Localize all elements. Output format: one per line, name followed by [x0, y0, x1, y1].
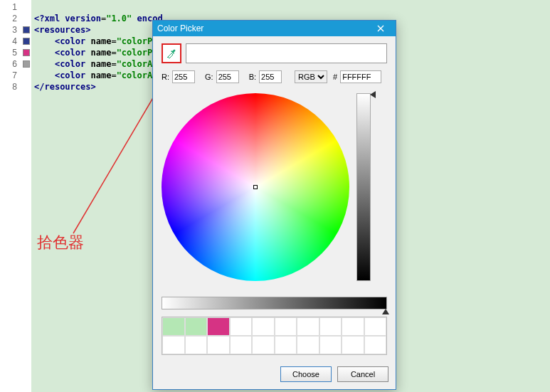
line-number: 4 [0, 36, 21, 47]
swatch[interactable] [342, 317, 364, 336]
line-number: 2 [0, 13, 21, 24]
swatch[interactable] [297, 317, 319, 336]
line-gutter: 1 2 3 4 5 6 7 8 [0, 0, 21, 392]
swatch[interactable] [297, 336, 319, 354]
preset-swatches [162, 317, 387, 355]
swatch[interactable] [252, 336, 275, 354]
color-picker-dialog: Color Picker R: G: B: RGB [152, 20, 396, 390]
line-number: 1 [0, 1, 21, 13]
swatch[interactable] [185, 336, 208, 354]
wheel-cursor[interactable] [253, 185, 258, 189]
color-gutter [21, 0, 31, 392]
g-label: G: [205, 73, 213, 81]
swatch[interactable] [364, 336, 387, 354]
hex-input[interactable] [340, 70, 381, 83]
line-number: 6 [0, 58, 21, 70]
b-label: B: [249, 73, 256, 81]
swatch[interactable] [275, 317, 297, 336]
line-number: 3 [0, 24, 21, 36]
b-input[interactable] [259, 70, 282, 83]
swatch[interactable] [207, 317, 230, 336]
r-label: R: [162, 73, 169, 81]
swatch[interactable] [230, 317, 253, 336]
close-icon[interactable] [370, 22, 391, 35]
swatch[interactable] [185, 317, 208, 336]
dialog-title: Color Picker [157, 23, 370, 33]
swatch[interactable] [275, 336, 297, 354]
r-input[interactable] [172, 70, 195, 83]
eyedropper-button[interactable] [162, 43, 181, 63]
gutter-swatch[interactable] [23, 60, 30, 68]
hash-label: # [333, 73, 337, 81]
swatch[interactable] [319, 336, 342, 354]
brightness-vertical-slider[interactable] [356, 93, 371, 281]
swatch[interactable] [162, 336, 185, 354]
g-input[interactable] [216, 70, 239, 83]
swatch[interactable] [364, 317, 387, 336]
swatch[interactable] [207, 336, 230, 354]
swatch[interactable] [342, 336, 364, 354]
gutter-swatch[interactable] [23, 26, 30, 33]
color-mode-select[interactable]: RGB [295, 70, 327, 83]
choose-button[interactable]: Choose [280, 366, 332, 382]
brightness-horizontal-slider[interactable] [162, 297, 387, 309]
swatch[interactable] [162, 317, 185, 336]
swatch[interactable] [230, 336, 253, 354]
swatch[interactable] [252, 317, 275, 336]
annotation-label: 拾色器 [37, 232, 84, 253]
gutter-swatch[interactable] [23, 49, 30, 56]
color-wheel[interactable] [162, 93, 349, 281]
line-number: 7 [0, 70, 21, 81]
slider-handle-icon[interactable] [382, 309, 389, 314]
dialog-titlebar[interactable]: Color Picker [153, 21, 396, 36]
gutter-swatch[interactable] [23, 38, 30, 45]
slider-handle-icon[interactable] [370, 91, 376, 98]
swatch[interactable] [319, 317, 342, 336]
line-number: 5 [0, 47, 21, 58]
line-number: 8 [0, 81, 21, 92]
cancel-button[interactable]: Cancel [337, 366, 388, 382]
color-preview [186, 43, 387, 63]
